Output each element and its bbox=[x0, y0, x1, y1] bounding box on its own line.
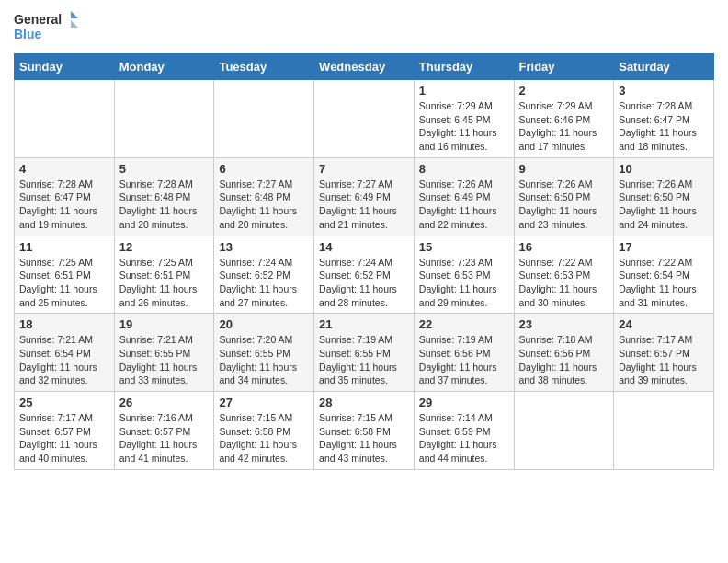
header-monday: Monday bbox=[114, 54, 214, 80]
day-number: 21 bbox=[319, 317, 409, 331]
day-info: Sunrise: 7:21 AM Sunset: 6:55 PM Dayligh… bbox=[119, 333, 210, 387]
day-info: Sunrise: 7:24 AM Sunset: 6:52 PM Dayligh… bbox=[319, 256, 409, 310]
calendar-cell: 13Sunrise: 7:24 AM Sunset: 6:52 PM Dayli… bbox=[214, 236, 314, 314]
header-thursday: Thursday bbox=[414, 54, 514, 80]
calendar-cell: 11Sunrise: 7:25 AM Sunset: 6:51 PM Dayli… bbox=[15, 236, 115, 314]
calendar-cell: 25Sunrise: 7:17 AM Sunset: 6:57 PM Dayli… bbox=[15, 392, 115, 470]
calendar-cell bbox=[114, 80, 214, 158]
calendar-table: SundayMondayTuesdayWednesdayThursdayFrid… bbox=[14, 53, 714, 470]
day-number: 24 bbox=[619, 317, 709, 331]
header-wednesday: Wednesday bbox=[314, 54, 415, 80]
calendar-cell: 10Sunrise: 7:26 AM Sunset: 6:50 PM Dayli… bbox=[614, 157, 714, 236]
calendar-cell: 29Sunrise: 7:14 AM Sunset: 6:59 PM Dayli… bbox=[414, 392, 514, 470]
day-number: 28 bbox=[319, 396, 409, 409]
day-number: 23 bbox=[519, 317, 609, 331]
calendar-cell: 2Sunrise: 7:29 AM Sunset: 6:46 PM Daylig… bbox=[514, 80, 614, 158]
day-number: 9 bbox=[519, 162, 609, 176]
calendar-cell: 23Sunrise: 7:18 AM Sunset: 6:56 PM Dayli… bbox=[514, 314, 614, 392]
day-info: Sunrise: 7:14 AM Sunset: 6:59 PM Dayligh… bbox=[419, 411, 509, 465]
day-info: Sunrise: 7:27 AM Sunset: 6:49 PM Dayligh… bbox=[319, 178, 409, 232]
day-info: Sunrise: 7:17 AM Sunset: 6:57 PM Dayligh… bbox=[619, 333, 709, 387]
calendar-cell: 12Sunrise: 7:25 AM Sunset: 6:51 PM Dayli… bbox=[114, 236, 214, 314]
calendar-cell: 3Sunrise: 7:28 AM Sunset: 6:47 PM Daylig… bbox=[614, 80, 714, 158]
day-number: 15 bbox=[419, 240, 509, 254]
day-number: 22 bbox=[419, 317, 509, 331]
day-info: Sunrise: 7:16 AM Sunset: 6:57 PM Dayligh… bbox=[119, 411, 210, 465]
calendar-cell: 20Sunrise: 7:20 AM Sunset: 6:55 PM Dayli… bbox=[214, 314, 314, 392]
day-number: 7 bbox=[319, 162, 409, 176]
calendar-cell: 21Sunrise: 7:19 AM Sunset: 6:55 PM Dayli… bbox=[314, 314, 415, 392]
day-number: 3 bbox=[619, 84, 709, 98]
calendar-cell: 5Sunrise: 7:28 AM Sunset: 6:48 PM Daylig… bbox=[114, 157, 214, 236]
calendar-cell: 17Sunrise: 7:22 AM Sunset: 6:54 PM Dayli… bbox=[614, 236, 714, 314]
calendar-cell: 15Sunrise: 7:23 AM Sunset: 6:53 PM Dayli… bbox=[414, 236, 514, 314]
day-info: Sunrise: 7:24 AM Sunset: 6:52 PM Dayligh… bbox=[219, 256, 309, 310]
day-info: Sunrise: 7:22 AM Sunset: 6:54 PM Dayligh… bbox=[619, 256, 709, 310]
day-info: Sunrise: 7:20 AM Sunset: 6:55 PM Dayligh… bbox=[219, 333, 309, 387]
day-number: 26 bbox=[119, 396, 210, 409]
calendar-cell bbox=[214, 80, 314, 158]
day-info: Sunrise: 7:22 AM Sunset: 6:53 PM Dayligh… bbox=[519, 256, 609, 310]
calendar-week-3: 11Sunrise: 7:25 AM Sunset: 6:51 PM Dayli… bbox=[15, 236, 714, 314]
calendar-header-row: SundayMondayTuesdayWednesdayThursdayFrid… bbox=[15, 54, 714, 80]
day-number: 14 bbox=[319, 240, 409, 254]
svg-text:Blue: Blue bbox=[14, 27, 42, 41]
day-info: Sunrise: 7:23 AM Sunset: 6:53 PM Dayligh… bbox=[419, 256, 509, 310]
calendar-week-5: 25Sunrise: 7:17 AM Sunset: 6:57 PM Dayli… bbox=[15, 392, 714, 470]
calendar-cell bbox=[614, 392, 714, 470]
calendar-cell: 18Sunrise: 7:21 AM Sunset: 6:54 PM Dayli… bbox=[15, 314, 115, 392]
calendar-cell: 28Sunrise: 7:15 AM Sunset: 6:58 PM Dayli… bbox=[314, 392, 415, 470]
calendar-cell: 8Sunrise: 7:26 AM Sunset: 6:49 PM Daylig… bbox=[414, 157, 514, 236]
calendar-week-4: 18Sunrise: 7:21 AM Sunset: 6:54 PM Dayli… bbox=[15, 314, 714, 392]
day-number: 10 bbox=[619, 162, 709, 176]
calendar-week-2: 4Sunrise: 7:28 AM Sunset: 6:47 PM Daylig… bbox=[15, 157, 714, 236]
calendar-cell: 6Sunrise: 7:27 AM Sunset: 6:48 PM Daylig… bbox=[214, 157, 314, 236]
day-number: 8 bbox=[419, 162, 509, 176]
calendar-cell: 4Sunrise: 7:28 AM Sunset: 6:47 PM Daylig… bbox=[15, 157, 115, 236]
header-sunday: Sunday bbox=[15, 54, 115, 80]
day-info: Sunrise: 7:18 AM Sunset: 6:56 PM Dayligh… bbox=[519, 333, 609, 387]
day-info: Sunrise: 7:21 AM Sunset: 6:54 PM Dayligh… bbox=[19, 333, 109, 387]
calendar-cell: 9Sunrise: 7:26 AM Sunset: 6:50 PM Daylig… bbox=[514, 157, 614, 236]
day-info: Sunrise: 7:19 AM Sunset: 6:56 PM Dayligh… bbox=[419, 333, 509, 387]
header-friday: Friday bbox=[514, 54, 614, 80]
calendar-week-1: 1Sunrise: 7:29 AM Sunset: 6:45 PM Daylig… bbox=[15, 80, 714, 158]
day-number: 13 bbox=[219, 240, 309, 254]
day-info: Sunrise: 7:26 AM Sunset: 6:49 PM Dayligh… bbox=[419, 178, 509, 232]
day-info: Sunrise: 7:15 AM Sunset: 6:58 PM Dayligh… bbox=[319, 411, 409, 465]
header-saturday: Saturday bbox=[614, 54, 714, 80]
day-number: 29 bbox=[419, 396, 509, 409]
calendar-cell: 22Sunrise: 7:19 AM Sunset: 6:56 PM Dayli… bbox=[414, 314, 514, 392]
calendar-cell bbox=[15, 80, 115, 158]
day-number: 11 bbox=[19, 240, 109, 254]
day-info: Sunrise: 7:28 AM Sunset: 6:48 PM Dayligh… bbox=[119, 178, 210, 232]
svg-text:General: General bbox=[14, 12, 62, 27]
day-number: 25 bbox=[19, 396, 109, 409]
calendar-cell: 19Sunrise: 7:21 AM Sunset: 6:55 PM Dayli… bbox=[114, 314, 214, 392]
calendar-cell bbox=[314, 80, 415, 158]
day-number: 27 bbox=[219, 396, 309, 409]
calendar-cell: 26Sunrise: 7:16 AM Sunset: 6:57 PM Dayli… bbox=[114, 392, 214, 470]
day-number: 17 bbox=[619, 240, 709, 254]
day-number: 4 bbox=[19, 162, 109, 176]
day-number: 1 bbox=[419, 84, 509, 98]
day-info: Sunrise: 7:17 AM Sunset: 6:57 PM Dayligh… bbox=[19, 411, 109, 465]
day-info: Sunrise: 7:29 AM Sunset: 6:46 PM Dayligh… bbox=[519, 99, 609, 154]
day-info: Sunrise: 7:27 AM Sunset: 6:48 PM Dayligh… bbox=[219, 178, 309, 232]
calendar-cell bbox=[514, 392, 614, 470]
day-number: 6 bbox=[219, 162, 309, 176]
calendar-cell: 1Sunrise: 7:29 AM Sunset: 6:45 PM Daylig… bbox=[414, 80, 514, 158]
day-info: Sunrise: 7:28 AM Sunset: 6:47 PM Dayligh… bbox=[19, 178, 109, 232]
day-number: 20 bbox=[219, 317, 309, 331]
calendar-cell: 27Sunrise: 7:15 AM Sunset: 6:58 PM Dayli… bbox=[214, 392, 314, 470]
day-info: Sunrise: 7:26 AM Sunset: 6:50 PM Dayligh… bbox=[519, 178, 609, 232]
calendar-cell: 16Sunrise: 7:22 AM Sunset: 6:53 PM Dayli… bbox=[514, 236, 614, 314]
calendar-cell: 24Sunrise: 7:17 AM Sunset: 6:57 PM Dayli… bbox=[614, 314, 714, 392]
svg-marker-2 bbox=[71, 11, 78, 18]
day-info: Sunrise: 7:29 AM Sunset: 6:45 PM Dayligh… bbox=[419, 99, 509, 154]
header-tuesday: Tuesday bbox=[214, 54, 314, 80]
day-number: 16 bbox=[519, 240, 609, 254]
page-header: General Blue bbox=[14, 9, 714, 46]
day-info: Sunrise: 7:25 AM Sunset: 6:51 PM Dayligh… bbox=[19, 256, 109, 310]
day-number: 2 bbox=[519, 84, 609, 98]
